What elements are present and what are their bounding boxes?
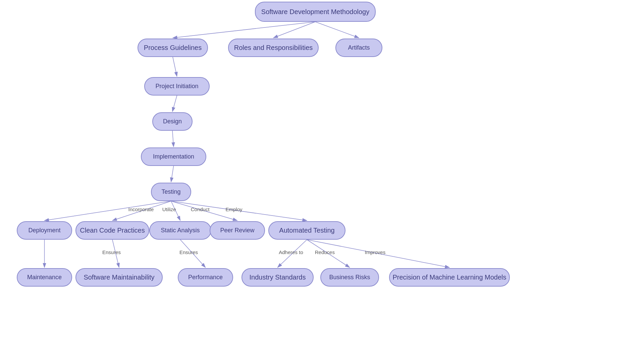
node-sa: Static Analysis (149, 221, 211, 240)
svg-line-1 (173, 22, 315, 38)
node-maint: Maintenance (17, 268, 72, 287)
edge-label-testing-pr: Conduct (191, 206, 210, 212)
node-pr: Peer Review (210, 221, 265, 240)
edge-label-at-is: Adheres to (279, 249, 303, 255)
edge-label-at-br: Reduces (315, 249, 335, 255)
edge-label-sa-perf: Ensures (179, 249, 198, 255)
node-is: Industry Standards (241, 268, 314, 287)
diagram-container: Software Development MethodologyProcess … (0, 0, 644, 362)
svg-line-7 (171, 166, 174, 182)
svg-line-2 (273, 22, 315, 38)
node-rr: Roles and Responsibilities (228, 39, 319, 57)
edge-label-testing-ccp: Incorporate (128, 206, 154, 212)
svg-line-3 (315, 22, 359, 38)
node-ccp: Clean Code Practices (75, 221, 149, 240)
node-pi: Project Initiation (144, 77, 210, 96)
svg-line-6 (172, 131, 174, 147)
node-deploy: Deployment (17, 221, 72, 240)
node-sm: Software Maintainability (75, 268, 163, 287)
svg-line-4 (173, 57, 177, 76)
node-at: Automated Testing (268, 221, 345, 240)
diagram-lines (0, 0, 644, 362)
edge-label-testing-sa: Utilize (162, 206, 176, 212)
node-art: Artifacts (335, 39, 382, 57)
node-design: Design (152, 112, 193, 131)
edge-label-ccp-sm: Ensures (102, 249, 121, 255)
node-br: Business Risks (320, 268, 379, 287)
edge-label-at-pml: Improves (365, 249, 386, 255)
node-perf: Performance (178, 268, 233, 287)
node-impl: Implementation (141, 147, 206, 166)
svg-line-5 (172, 96, 177, 112)
node-pg: Process Guidelines (138, 39, 208, 57)
node-root: Software Development Methodology (255, 2, 376, 22)
node-pml: Precision of Machine Learning Models (389, 268, 510, 287)
edge-label-testing-at: Employ (226, 206, 243, 212)
node-testing: Testing (151, 183, 191, 201)
